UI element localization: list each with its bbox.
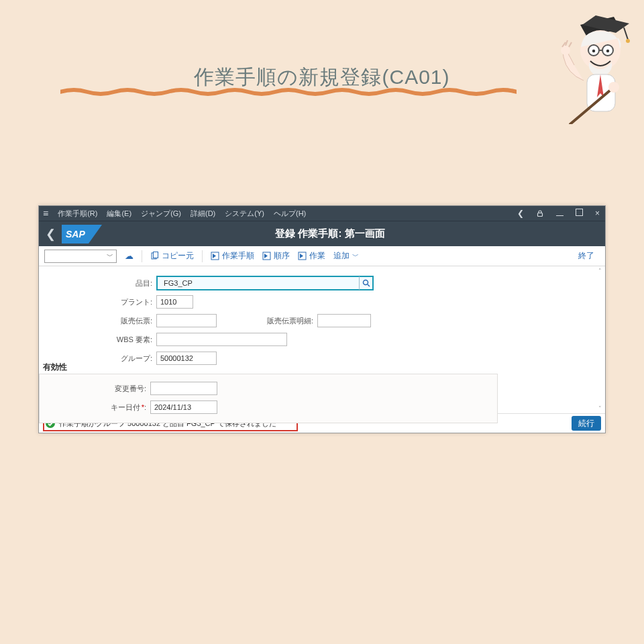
scroll-up-icon: ˄ [596, 268, 604, 274]
svg-point-3 [626, 39, 630, 43]
close-icon[interactable]: × [595, 209, 600, 218]
chevron-left-icon[interactable]: ❮ [517, 209, 524, 218]
toolbar: ﹀ ☁ コピー元 作業手順 順序 作業 追加 ﹀ 終了 [39, 246, 605, 266]
menu-help[interactable]: ヘルプ(H) [274, 209, 306, 219]
vertical-scrollbar[interactable]: ˄ ˅ [596, 266, 604, 413]
sequence-icon [262, 252, 271, 260]
maximize-icon[interactable] [576, 209, 583, 218]
menu-system[interactable]: システム(Y) [225, 209, 264, 219]
menubar: ≡ 作業手順(R) 編集(E) ジャンプ(G) 詳細(D) システム(Y) ヘル… [39, 206, 605, 221]
operation-button[interactable]: 作業 [298, 250, 325, 262]
exit-button[interactable]: 終了 [578, 250, 600, 262]
svg-line-26 [368, 284, 370, 286]
continue-button[interactable]: 続行 [572, 416, 601, 431]
add-label: 追加 [333, 250, 350, 262]
svg-point-25 [363, 280, 368, 285]
command-combo[interactable]: ﹀ [44, 250, 117, 263]
sales-doc-label: 販売伝票: [46, 316, 156, 326]
underline-scribble [60, 87, 517, 97]
form-area: 品目: プラント: 販売伝票: 販売伝票明細: WBS 要素: グループ: [39, 266, 605, 414]
menu-routing[interactable]: 作業手順(R) [58, 209, 97, 219]
svg-marker-24 [300, 254, 303, 258]
search-help-button[interactable] [359, 276, 372, 290]
validity-section-header: 有効性 [39, 360, 86, 374]
titlebar: ❮ SAP 登録 作業手順: 第一画面 [39, 221, 605, 246]
material-field-wrap [156, 276, 374, 290]
svg-point-13 [608, 82, 619, 93]
svg-rect-18 [154, 252, 158, 258]
svg-point-8 [592, 50, 595, 52]
validity-panel: 変更番号: キー日付*: [39, 374, 498, 423]
menu-edit[interactable]: 編集(E) [107, 209, 131, 219]
svg-marker-20 [213, 254, 216, 258]
svg-line-2 [624, 28, 628, 40]
sequence-label: 順序 [274, 250, 290, 262]
back-button[interactable]: ❮ [39, 227, 62, 241]
plant-label: プラント: [46, 297, 156, 307]
routing-label: 作業手順 [222, 250, 254, 262]
svg-rect-14 [537, 213, 542, 217]
chevron-down-icon: ﹀ [352, 252, 359, 261]
svg-marker-22 [264, 254, 268, 258]
sales-doc-item-label: 販売伝票明細: [237, 316, 317, 326]
sap-logo: SAP [62, 225, 102, 244]
professor-mascot [543, 10, 637, 124]
wbs-label: WBS 要素: [46, 335, 156, 345]
group-input[interactable] [156, 352, 217, 365]
lock-icon[interactable] [536, 209, 544, 217]
plant-input[interactable] [156, 295, 193, 309]
cloud-icon[interactable]: ☁ [125, 251, 133, 261]
wbs-input[interactable] [156, 333, 287, 346]
key-date-label: キー日付*: [40, 402, 150, 413]
svg-point-11 [561, 46, 570, 55]
sales-doc-input[interactable] [156, 314, 217, 327]
minimize-icon[interactable] [556, 209, 564, 218]
copy-icon [150, 252, 159, 260]
hamburger-icon[interactable]: ≡ [43, 208, 48, 219]
window-title: 登録 作業手順: 第一画面 [102, 227, 558, 240]
chevron-down-icon: ﹀ [107, 252, 113, 261]
svg-text:SAP: SAP [66, 229, 85, 239]
operation-label: 作業 [309, 250, 325, 262]
material-input[interactable] [160, 276, 359, 290]
routing-button[interactable]: 作業手順 [211, 250, 254, 262]
change-no-input[interactable] [150, 382, 217, 395]
operation-icon [298, 252, 307, 260]
sap-window: ≡ 作業手順(R) 編集(E) ジャンプ(G) 詳細(D) システム(Y) ヘル… [38, 205, 606, 433]
menu-detail[interactable]: 詳細(D) [191, 209, 215, 219]
sequence-button[interactable]: 順序 [262, 250, 290, 262]
copy-from-button[interactable]: コピー元 [150, 250, 194, 262]
svg-point-9 [606, 50, 609, 52]
copy-from-label: コピー元 [162, 250, 194, 262]
material-label: 品目: [46, 278, 156, 288]
key-date-input[interactable] [150, 400, 217, 414]
change-no-label: 変更番号: [40, 384, 150, 394]
add-dropdown[interactable]: 追加 ﹀ [333, 250, 359, 262]
menu-goto[interactable]: ジャンプ(G) [141, 209, 181, 219]
routing-icon [211, 252, 219, 260]
scroll-down-icon: ˅ [596, 405, 604, 412]
sales-doc-item-input[interactable] [317, 314, 371, 327]
